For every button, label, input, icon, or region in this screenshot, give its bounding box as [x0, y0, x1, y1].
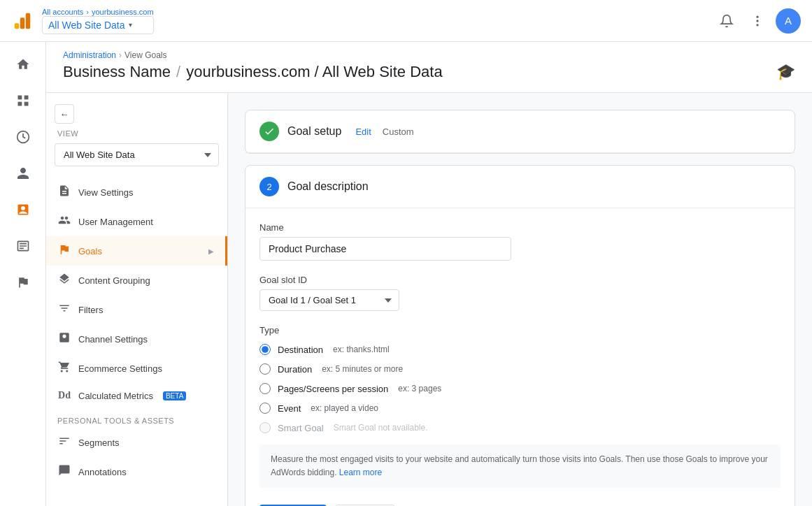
page-title-row: Business Name / yourbusiness.com / All W…	[63, 63, 795, 81]
goal-setup-edit-link[interactable]: Edit	[355, 127, 371, 137]
goal-slot-select[interactable]: Goal Id 1 / Goal Set 1 Goal Id 2 / Goal …	[259, 289, 399, 311]
sidebar-item-annotations[interactable]: Annotations	[46, 457, 227, 486]
sidebar-item-segments[interactable]: Segments	[46, 428, 227, 457]
chevron-down-icon: ▾	[129, 21, 132, 29]
person-icon	[16, 166, 30, 180]
topbar: All accounts › yourbusiness.com All Web …	[0, 0, 812, 42]
pages-session-label: Pages/Screens per session	[278, 384, 388, 394]
home-icon	[16, 57, 30, 71]
duration-label: Duration	[278, 364, 312, 375]
users-icon	[57, 214, 71, 229]
event-hint: ex: played a video	[311, 403, 378, 413]
breadcrumb-separator: ›	[119, 50, 122, 60]
property-selector[interactable]: All Web Site Data ▾	[42, 16, 154, 34]
sidebar-item-calculated-metrics[interactable]: Dd Calculated Metrics BETA	[46, 383, 227, 408]
svg-point-4	[756, 20, 758, 22]
segments-icon	[57, 435, 71, 450]
slot-label: Goal slot ID	[259, 275, 781, 285]
more-options-button[interactable]	[745, 8, 770, 34]
business-url[interactable]: yourbusiness.com	[92, 8, 154, 16]
channel-settings-label: Channel Settings	[78, 334, 148, 345]
rail-reports[interactable]	[6, 120, 40, 154]
page-title-sub: yourbusiness.com / All Web Site Data	[186, 63, 442, 81]
filters-label: Filters	[78, 305, 103, 315]
pages-session-radio[interactable]	[259, 383, 271, 394]
radio-duration[interactable]: Duration ex: 5 minutes or more	[259, 363, 781, 375]
smart-goal-hint: Smart Goal not available.	[334, 423, 428, 433]
step2-circle: 2	[259, 177, 279, 196]
personal-tools-label: PERSONAL TOOLS & ASSETS	[46, 408, 227, 428]
clock-icon	[16, 130, 30, 144]
back-arrow-icon: ←	[60, 109, 69, 120]
rail-dashboard[interactable]	[6, 84, 40, 117]
sidebar-item-content-grouping[interactable]: Content Grouping	[46, 266, 227, 295]
goal-description-body: Name Goal slot ID Goal Id 1 / Goal Set 1…	[245, 208, 795, 506]
svg-rect-7	[24, 96, 28, 100]
radio-pages-session[interactable]: Pages/Screens per session ex: 3 pages	[259, 383, 781, 394]
radio-smart-goal: Smart Goal Smart Goal not available.	[259, 422, 781, 433]
all-accounts-link[interactable]: All accounts	[42, 8, 83, 16]
user-avatar[interactable]: A	[776, 8, 801, 34]
goal-setup-title: Goal setup	[287, 125, 341, 138]
svg-rect-9	[24, 102, 28, 106]
sidebar-item-user-management[interactable]: User Management	[46, 207, 227, 236]
type-form-group: Type Destination ex: thanks.html Duratio	[259, 325, 781, 488]
account-path: All accounts › yourbusiness.com	[42, 8, 154, 16]
goal-slot-form-group: Goal slot ID Goal Id 1 / Goal Set 1 Goal…	[259, 275, 781, 311]
topbar-actions: A	[714, 8, 801, 34]
graduation-cap-icon[interactable]: 🎓	[776, 63, 795, 81]
goal-setup-section: Goal setup Edit Custom	[245, 110, 795, 154]
type-label: Type	[259, 325, 781, 335]
main-content: Goal setup Edit Custom 2 Goal descriptio…	[228, 93, 812, 506]
admin-link[interactable]: Administration	[63, 50, 116, 60]
smart-goal-label: Smart Goal	[278, 423, 324, 433]
sidebar-item-filters[interactable]: Filters	[46, 295, 227, 324]
learn-more-link[interactable]: Learn more	[339, 468, 382, 477]
view-goals-link[interactable]: View Goals	[124, 50, 166, 60]
rail-reports2[interactable]	[6, 229, 40, 263]
rail-home[interactable]	[6, 48, 40, 81]
rail-flags[interactable]	[6, 266, 40, 299]
back-button[interactable]: ←	[55, 104, 74, 124]
view-selector[interactable]: All Web Site Data	[55, 143, 219, 166]
duration-hint: ex: 5 minutes or more	[322, 364, 403, 374]
goals-chevron-icon: ▶	[208, 247, 214, 255]
bell-icon	[720, 14, 734, 28]
sidebar-item-view-settings[interactable]: View Settings	[46, 178, 227, 207]
pages-session-hint: ex: 3 pages	[398, 384, 441, 393]
radio-destination[interactable]: Destination ex: thanks.html	[259, 344, 781, 355]
goal-setup-subtitle: Custom	[383, 127, 414, 137]
breadcrumb-sep: ›	[86, 8, 89, 16]
goal-description-title: Goal description	[287, 180, 369, 193]
page-title-main: Business Name	[63, 63, 171, 81]
account-info: All accounts › yourbusiness.com All Web …	[42, 8, 154, 34]
table-icon	[16, 239, 30, 253]
segments-label: Segments	[78, 438, 120, 448]
duration-radio[interactable]	[259, 363, 271, 375]
rail-users[interactable]	[6, 157, 40, 190]
name-form-group: Name	[259, 222, 781, 261]
sidebar: ← VIEW All Web Site Data View Settings	[46, 93, 228, 506]
event-radio[interactable]	[259, 403, 271, 414]
flag-icon	[16, 275, 30, 289]
dashboard-icon	[16, 94, 30, 108]
rail-conversions[interactable]	[6, 193, 40, 226]
notifications-bell-button[interactable]	[714, 8, 739, 34]
document-icon	[57, 185, 71, 200]
annotations-icon	[57, 464, 71, 479]
sidebar-item-channel-settings[interactable]: Channel Settings	[46, 324, 227, 354]
destination-radio[interactable]	[259, 344, 271, 355]
step1-circle	[259, 122, 279, 141]
sidebar-item-ecommerce-settings[interactable]: Ecommerce Settings	[46, 354, 227, 383]
goal-description-section: 2 Goal description Name Goal slot ID	[245, 165, 795, 506]
icon-rail	[0, 42, 46, 506]
filter-icon	[57, 302, 71, 317]
radio-event[interactable]: Event ex: played a video	[259, 403, 781, 414]
content-area: Administration › View Goals Business Nam…	[46, 42, 812, 506]
more-vertical-icon	[750, 14, 764, 28]
goal-name-input[interactable]	[259, 237, 511, 261]
view-selector-container: All Web Site Data	[55, 143, 219, 166]
smart-goal-note: Measure the most engaged visits to your …	[259, 444, 781, 488]
type-radio-group: Destination ex: thanks.html Duration ex:…	[259, 344, 781, 488]
sidebar-item-goals[interactable]: Goals ▶	[46, 236, 227, 266]
